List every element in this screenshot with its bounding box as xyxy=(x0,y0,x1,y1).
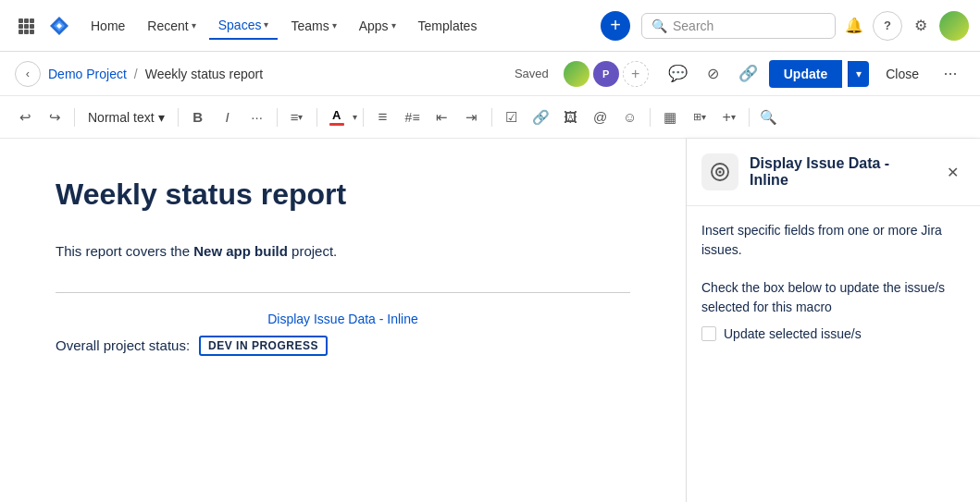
search-bar[interactable]: 🔍 Search xyxy=(641,13,836,39)
main-area: ↔ Weekly status report This report cover… xyxy=(0,139,980,502)
color-chevron-icon[interactable]: ▾ xyxy=(353,112,357,122)
outdent-button[interactable]: ⇤ xyxy=(428,104,456,131)
task-button[interactable]: ☑ xyxy=(498,104,526,131)
macro-label[interactable]: Display Issue Data - Inline xyxy=(56,312,630,326)
nav-recent-chevron: ▾ xyxy=(192,20,196,31)
nav-apps[interactable]: Apps ▾ xyxy=(350,13,405,39)
numbered-list-button[interactable]: #≡ xyxy=(399,104,427,131)
panel-header: Display Issue Data - Inline ✕ xyxy=(687,139,980,206)
nav-recent[interactable]: Recent ▾ xyxy=(138,13,205,39)
status-row: Overall project status: DEV IN PROGRESS xyxy=(56,336,630,356)
breadcrumb-page: Weekly status report xyxy=(145,67,263,81)
mention-button[interactable]: @ xyxy=(587,104,614,131)
panel-check-title: Check the box below to update the issue/… xyxy=(701,278,965,317)
more-options-button[interactable]: ··· xyxy=(936,59,965,89)
search-placeholder: Search xyxy=(673,18,713,33)
table-button[interactable]: ⊞▾ xyxy=(686,104,713,131)
bullet-list-button[interactable]: ≡ xyxy=(369,104,397,131)
text-color-button[interactable]: A xyxy=(323,104,351,131)
link-insert-button[interactable]: 🔗 xyxy=(527,104,555,131)
side-panel: Display Issue Data - Inline ✕ Insert spe… xyxy=(686,139,980,502)
checkbox-label: Update selected issue/s xyxy=(724,326,862,341)
bold-button[interactable]: B xyxy=(184,104,212,131)
toolbar-divider-3 xyxy=(277,108,278,127)
nav-spaces-chevron: ▾ xyxy=(264,19,268,30)
italic-button[interactable]: I xyxy=(214,104,242,131)
columns-button[interactable]: ▦ xyxy=(656,104,684,131)
toolbar-divider-6 xyxy=(491,108,492,127)
editor-area: ↔ Weekly status report This report cover… xyxy=(0,139,686,502)
app-logo[interactable] xyxy=(44,11,74,41)
svg-rect-3 xyxy=(19,24,23,29)
undo-button[interactable]: ↩ xyxy=(11,104,39,131)
nav-apps-chevron: ▾ xyxy=(391,20,396,31)
panel-close-button[interactable]: ✕ xyxy=(939,159,965,185)
nav-teams-chevron: ▾ xyxy=(332,20,337,31)
svg-point-11 xyxy=(719,171,722,174)
svg-rect-4 xyxy=(24,24,29,29)
svg-rect-2 xyxy=(30,18,34,23)
emoji-button[interactable]: ☺ xyxy=(616,104,644,131)
search-icon: 🔍 xyxy=(651,18,667,33)
align-button[interactable]: ≡▾ xyxy=(283,104,311,131)
editor-toolbar: ↩ ↪ Normal text ▾ B I ··· ≡▾ A ▾ ≡ #≡ ⇤ … xyxy=(0,96,980,139)
svg-rect-6 xyxy=(19,30,23,34)
update-issues-checkbox[interactable] xyxy=(701,326,716,341)
insert-more-button[interactable]: +▾ xyxy=(715,104,743,131)
svg-rect-5 xyxy=(30,24,34,29)
breadcrumb-actions: 💬 ⊘ 🔗 Update ▾ Close ··· xyxy=(664,59,965,89)
indent-button[interactable]: ⇥ xyxy=(458,104,486,131)
style-chevron-icon: ▾ xyxy=(158,110,165,125)
avatar[interactable] xyxy=(939,11,969,41)
back-button[interactable]: ‹ xyxy=(15,61,41,87)
toolbar-divider-4 xyxy=(316,108,317,127)
settings-button[interactable]: ⚙ xyxy=(906,11,936,41)
close-button[interactable]: Close xyxy=(875,60,930,88)
status-label: Overall project status: xyxy=(56,337,190,353)
panel-title: Display Issue Data - Inline xyxy=(750,155,928,189)
saved-status: Saved xyxy=(515,67,549,80)
breadcrumb-separator: / xyxy=(134,67,138,81)
update-button[interactable]: Update xyxy=(769,60,842,88)
breadcrumb-bar: ‹ Demo Project / Weekly status report Sa… xyxy=(0,52,980,96)
help-button[interactable]: ? xyxy=(873,11,902,41)
more-format-button[interactable]: ··· xyxy=(243,104,271,131)
toolbar-divider-2 xyxy=(178,108,179,127)
back-icon: ‹ xyxy=(26,67,30,80)
top-nav: Home Recent ▾ Spaces ▾ Teams ▾ Apps ▾ Te… xyxy=(0,0,980,52)
collaborator-avatar-1 xyxy=(564,61,589,87)
panel-body: Insert specific fields from one or more … xyxy=(687,206,980,502)
breadcrumb-project[interactable]: Demo Project xyxy=(48,67,127,81)
nav-spaces[interactable]: Spaces ▾ xyxy=(209,12,279,40)
document-title[interactable]: Weekly status report xyxy=(56,176,630,214)
panel-check-section: Check the box below to update the issue/… xyxy=(701,278,965,341)
find-replace-button[interactable]: 🔍 xyxy=(755,104,783,131)
editor-paper[interactable]: ↔ Weekly status report This report cover… xyxy=(0,139,686,502)
svg-rect-7 xyxy=(24,30,29,34)
panel-icon xyxy=(701,153,738,190)
notifications-button[interactable]: 🔔 xyxy=(839,11,869,41)
svg-rect-8 xyxy=(30,30,34,34)
toolbar-divider-1 xyxy=(74,108,75,127)
create-button[interactable]: + xyxy=(601,11,630,41)
add-collaborator-button[interactable]: + xyxy=(623,61,649,87)
update-dropdown-button[interactable]: ▾ xyxy=(848,61,869,87)
nav-home[interactable]: Home xyxy=(81,13,134,39)
image-insert-button[interactable]: 🖼 xyxy=(557,104,585,131)
panel-description: Insert specific fields from one or more … xyxy=(701,221,965,260)
toolbar-divider-5 xyxy=(363,108,364,127)
nav-teams[interactable]: Teams ▾ xyxy=(281,13,345,39)
noformat-button[interactable]: ⊘ xyxy=(699,59,728,89)
checkbox-row: Update selected issue/s xyxy=(701,326,965,341)
svg-rect-1 xyxy=(24,18,29,23)
collaborator-avatar-p: P xyxy=(593,61,619,87)
toolbar-divider-7 xyxy=(650,108,651,127)
comment-button[interactable]: 💬 xyxy=(664,59,693,89)
grid-menu-button[interactable] xyxy=(11,11,41,41)
section-divider xyxy=(56,292,630,293)
document-body: This report covers the New app build pro… xyxy=(56,240,630,263)
nav-templates[interactable]: Templates xyxy=(409,13,487,39)
text-style-select[interactable]: Normal text ▾ xyxy=(81,106,172,129)
redo-button[interactable]: ↪ xyxy=(41,104,68,131)
link-button[interactable]: 🔗 xyxy=(734,59,763,89)
